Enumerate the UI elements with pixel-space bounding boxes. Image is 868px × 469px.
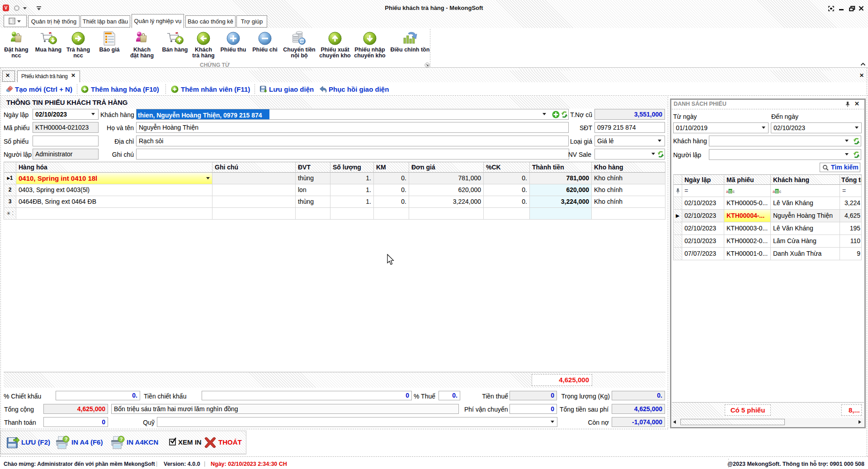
svg-text:c: c <box>779 189 782 194</box>
svg-text:?: ? <box>65 436 68 442</box>
svg-text:a: a <box>773 189 775 194</box>
svg-text:B: B <box>729 189 731 194</box>
svg-text:?: ? <box>120 436 123 442</box>
svg-text:a: a <box>726 189 728 194</box>
svg-text:B: B <box>775 189 778 194</box>
svg-text:c: c <box>733 189 735 194</box>
